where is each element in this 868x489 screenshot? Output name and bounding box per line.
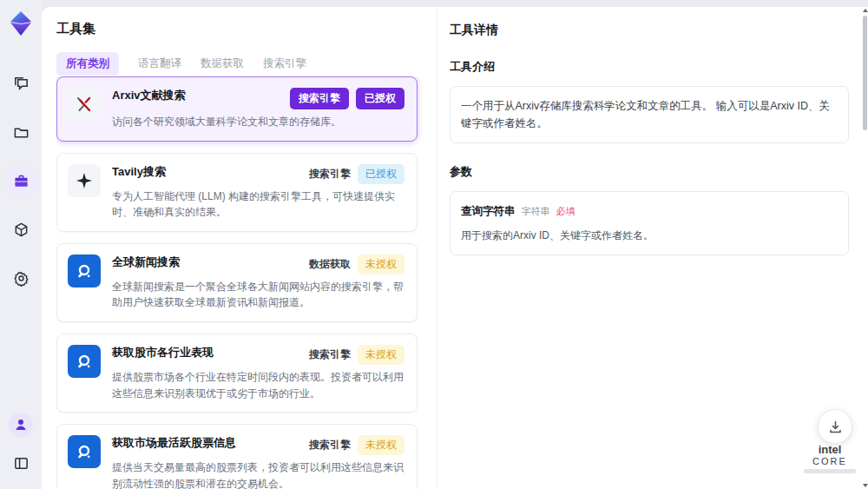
search-app-icon: [68, 435, 101, 468]
user-icon[interactable]: [9, 413, 33, 437]
tool-description: 全球新闻搜索是一个聚合全球各大新闻网站内容的搜索引擎，帮助用户快速获取全球最新资…: [112, 279, 404, 311]
tool-category-tag: 数据获取: [309, 257, 351, 272]
tool-name: Tavily搜索: [112, 164, 166, 180]
tool-status-badge: 未授权: [358, 254, 404, 274]
tool-status-badge: 已授权: [356, 88, 404, 109]
category-tab[interactable]: 所有类别: [56, 52, 119, 76]
gear-icon[interactable]: [7, 264, 35, 292]
brand-word-intel: intel: [819, 443, 842, 456]
search-app-icon: [68, 345, 101, 378]
category-tab[interactable]: 搜索引擎: [263, 52, 306, 76]
parameter-box: 查询字符串 字符串 必填 用于搜索的Arxiv ID、关键字或作者姓名。: [450, 191, 849, 255]
tool-status-badge: 未授权: [358, 345, 404, 365]
tool-category-tag: 搜索引擎: [309, 347, 351, 362]
download-button[interactable]: [818, 409, 852, 444]
toolbox-icon[interactable]: [7, 167, 35, 195]
tools-list: Arxiv文献搜索 搜索引擎 已授权 访问各个研究领域大量科学论文和文章的存储库…: [56, 76, 425, 489]
tool-card[interactable]: 获取股市各行业表现 搜索引擎 未授权 提供股票市场各个行业在特定时间段内的表现。…: [56, 334, 418, 413]
tool-status-badge: 已授权: [358, 164, 404, 184]
category-tab[interactable]: 语言翻译: [138, 52, 181, 76]
tool-description: 访问各个研究领域大量科学论文和文章的存储库。: [112, 114, 404, 130]
page-title: 工具集: [56, 21, 95, 37]
tool-category-tag: 搜索引擎: [309, 167, 351, 182]
parameter-required-label: 必填: [556, 204, 575, 220]
left-rail: [0, 0, 42, 489]
params-heading: 参数: [450, 164, 849, 180]
brand-word-core: CORE: [812, 456, 847, 466]
parameter-type: 字符串: [522, 204, 550, 220]
tool-description: 专为人工智能代理 (LLM) 构建的搜索引擎工具，可快速提供实时、准确和真实的结…: [112, 188, 404, 221]
tool-details-panel: 工具详情 工具介绍 一个用于从Arxiv存储库搜索科学论文和文章的工具。 输入可…: [437, 7, 868, 489]
intro-box: 一个用于从Arxiv存储库搜索科学论文和文章的工具。 输入可以是Arxiv ID…: [450, 86, 849, 143]
parameter-description: 用于搜索的Arxiv ID、关键字或作者姓名。: [461, 228, 838, 244]
intel-core-logo: intel CORE: [804, 444, 856, 473]
brand-subline: [804, 469, 856, 473]
category-tab[interactable]: 数据获取: [201, 52, 244, 76]
cube-icon[interactable]: [7, 215, 35, 243]
tool-name: Arxiv文献搜索: [112, 88, 186, 103]
chat-icon[interactable]: [7, 69, 35, 97]
parameter-name: 查询字符串: [461, 202, 516, 220]
intro-heading: 工具介绍: [450, 59, 849, 75]
arxiv-icon: [68, 88, 101, 121]
tool-name: 获取股市各行业表现: [112, 345, 214, 360]
tool-name: 获取市场最活跃股票信息: [112, 435, 236, 451]
search-app-icon: [68, 254, 101, 287]
tool-card[interactable]: 获取市场最活跃股票信息 搜索引擎 未授权 提供当天交易量最高的股票列表，投资者可…: [56, 424, 418, 489]
tool-card[interactable]: Tavily搜索 搜索引擎 已授权 专为人工智能代理 (LLM) 构建的搜索引擎…: [56, 153, 418, 232]
folder-icon[interactable]: [7, 118, 35, 146]
app-logo: [8, 10, 34, 36]
tool-category-tag: 搜索引擎: [290, 88, 349, 109]
tool-description: 提供当天交易量最高的股票列表，投资者可以利用这些信息来识别流动性强的股票和潜在的…: [112, 459, 404, 489]
panel-layout-icon[interactable]: [7, 449, 35, 477]
tool-status-badge: 未授权: [358, 435, 404, 455]
tool-name: 全球新闻搜索: [112, 254, 180, 270]
category-tabs: 所有类别语言翻译数据获取搜索引擎: [56, 52, 306, 76]
tool-card[interactable]: 全球新闻搜索 数据获取 未授权 全球新闻搜索是一个聚合全球各大新闻网站内容的搜索…: [56, 243, 418, 322]
tool-category-tag: 搜索引擎: [309, 438, 351, 453]
tool-description: 提供股票市场各个行业在特定时间段内的表现。投资者可以利用这些信息来识别表现优于或…: [112, 369, 404, 401]
download-icon: [828, 420, 843, 434]
tool-card[interactable]: Arxiv文献搜索 搜索引擎 已授权 访问各个研究领域大量科学论文和文章的存储库…: [56, 76, 418, 142]
details-title: 工具详情: [450, 23, 849, 38]
main-surface: 工具集 所有类别语言翻译数据获取搜索引擎 Arxiv文献搜索 搜索引擎 已授权 …: [42, 7, 868, 489]
tavily-icon: [68, 164, 101, 197]
